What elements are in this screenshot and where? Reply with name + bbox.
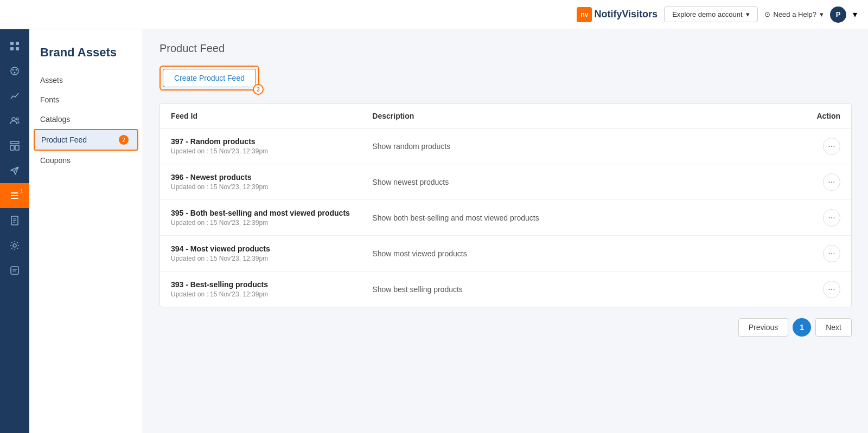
svg-point-4	[11, 67, 18, 75]
table-header: Feed Id Description Action	[160, 104, 851, 128]
feed-name: 397 - Random products	[171, 137, 372, 146]
nav-icon-send[interactable]	[0, 158, 29, 183]
app-name: NotifyVisitors	[594, 9, 658, 20]
create-button-badge: 3	[253, 84, 264, 95]
column-description: Description	[372, 112, 775, 120]
svg-rect-12	[15, 145, 19, 150]
table-row: 397 - Random products Updated on : 15 No…	[160, 128, 851, 164]
nav-icon-badge-1: 1	[17, 186, 26, 195]
sidebar: Brand Assets Assets Fonts Catalogs Produ…	[29, 29, 143, 433]
feed-id-cell: 396 - Newest products Updated on : 15 No…	[171, 173, 372, 191]
feed-description: Show best selling products	[372, 285, 775, 294]
app-logo: nv NotifyVisitors	[577, 7, 658, 22]
previous-button[interactable]: Previous	[738, 318, 788, 337]
nav-icon-palette[interactable]	[0, 59, 29, 83]
feed-description: Show both best-selling and most viewed p…	[372, 214, 775, 222]
nav-icon-grid[interactable]	[0, 34, 29, 59]
feed-id-cell: 393 - Best-selling products Updated on :…	[171, 280, 372, 298]
sidebar-item-fonts[interactable]: Fonts	[29, 90, 143, 109]
svg-point-7	[14, 72, 16, 74]
explore-demo-label: Explore demo account	[672, 10, 742, 18]
feed-updated: Updated on : 15 Nov'23, 12:39pm	[171, 290, 372, 298]
feed-name: 394 - Most viewed products	[171, 244, 372, 253]
nav-icon-logs[interactable]	[0, 258, 29, 283]
svg-point-5	[12, 69, 14, 71]
sidebar-item-assets[interactable]: Assets	[29, 70, 143, 90]
column-feed-id: Feed Id	[171, 112, 372, 120]
content-area: Product Feed Create Product Feed 3 Feed …	[143, 29, 868, 433]
table-row: 396 - Newest products Updated on : 15 No…	[160, 164, 851, 200]
feed-updated: Updated on : 15 Nov'23, 12:39pm	[171, 183, 372, 191]
feed-description: Show random products	[372, 142, 775, 151]
avatar[interactable]: P	[830, 7, 846, 23]
table-row: 393 - Best-selling products Updated on :…	[160, 272, 851, 307]
svg-rect-3	[16, 47, 19, 50]
help-button[interactable]: ⊙ Need a Help? ▾	[764, 10, 824, 18]
svg-point-6	[16, 69, 17, 71]
svg-rect-21	[11, 267, 18, 274]
nav-icon-content[interactable]: 1	[0, 183, 29, 208]
chevron-down-icon: ▾	[820, 10, 824, 18]
feed-id-cell: 395 - Both best-selling and most viewed …	[171, 209, 372, 227]
table-row: 394 - Most viewed products Updated on : …	[160, 236, 851, 272]
row-action-button[interactable]: ···	[823, 245, 840, 262]
row-action-button[interactable]: ···	[823, 209, 840, 227]
sidebar-item-catalogs[interactable]: Catalogs	[29, 109, 143, 129]
row-action-button[interactable]: ···	[823, 173, 840, 191]
feed-updated: Updated on : 15 Nov'23, 12:39pm	[171, 147, 372, 155]
feed-id-cell: 397 - Random products Updated on : 15 No…	[171, 137, 372, 155]
pagination: Previous 1 Next	[159, 307, 852, 342]
page-title: Product Feed	[159, 42, 852, 55]
next-button[interactable]: Next	[815, 318, 852, 337]
feed-description: Show newest products	[372, 178, 775, 186]
svg-point-20	[13, 244, 16, 247]
chevron-down-icon: ▾	[746, 10, 750, 18]
product-feed-table: Feed Id Description Action 397 - Random …	[159, 104, 852, 307]
topbar: nv NotifyVisitors Explore demo account ▾…	[0, 0, 868, 29]
logo-icon: nv	[577, 7, 592, 22]
nav-icon-settings[interactable]	[0, 233, 29, 258]
sidebar-title: Brand Assets	[29, 40, 143, 70]
svg-rect-11	[10, 145, 14, 150]
explore-demo-button[interactable]: Explore demo account ▾	[664, 7, 757, 22]
svg-rect-15	[11, 198, 18, 199]
feed-name: 396 - Newest products	[171, 173, 372, 182]
sidebar-item-catalogs-label: Catalogs	[40, 115, 70, 124]
avatar-chevron-icon: ▾	[853, 9, 857, 20]
sidebar-item-coupons-label: Coupons	[40, 156, 71, 165]
column-action: Action	[775, 112, 840, 120]
sidebar-item-product-feed[interactable]: Product Feed 2	[34, 129, 138, 151]
create-product-feed-button[interactable]: Create Product Feed	[163, 69, 256, 87]
help-icon: ⊙	[764, 10, 770, 18]
svg-rect-10	[10, 141, 19, 144]
nav-icon-reports[interactable]	[0, 208, 29, 233]
svg-rect-2	[10, 47, 14, 50]
create-button-wrapper: Create Product Feed 3	[159, 66, 259, 91]
row-action-button[interactable]: ···	[823, 138, 840, 155]
current-page[interactable]: 1	[793, 318, 811, 337]
svg-rect-1	[16, 42, 19, 45]
feed-updated: Updated on : 15 Nov'23, 12:39pm	[171, 219, 372, 227]
feed-id-cell: 394 - Most viewed products Updated on : …	[171, 244, 372, 262]
sidebar-item-assets-label: Assets	[40, 76, 63, 85]
nav-icon-chart[interactable]	[0, 83, 29, 108]
main-content: Product Feed Create Product Feed 3 Feed …	[143, 29, 868, 433]
svg-rect-0	[10, 42, 14, 45]
nav-icon-users[interactable]	[0, 108, 29, 133]
help-label: Need a Help?	[774, 10, 817, 18]
svg-point-9	[16, 118, 18, 120]
sidebar-item-fonts-label: Fonts	[40, 95, 59, 104]
feed-name: 393 - Best-selling products	[171, 280, 372, 289]
feed-updated: Updated on : 15 Nov'23, 12:39pm	[171, 255, 372, 262]
svg-point-8	[12, 118, 15, 121]
sidebar-product-feed-badge: 2	[119, 135, 129, 145]
feed-description: Show most viewed products	[372, 249, 775, 258]
svg-rect-14	[11, 195, 18, 196]
icon-nav: 1	[0, 29, 29, 433]
feed-name: 395 - Both best-selling and most viewed …	[171, 209, 372, 217]
table-row: 395 - Both best-selling and most viewed …	[160, 200, 851, 236]
sidebar-item-product-feed-label: Product Feed	[41, 135, 87, 144]
sidebar-item-coupons[interactable]: Coupons	[29, 151, 143, 170]
row-action-button[interactable]: ···	[823, 281, 840, 298]
nav-icon-dashboard[interactable]	[0, 133, 29, 158]
